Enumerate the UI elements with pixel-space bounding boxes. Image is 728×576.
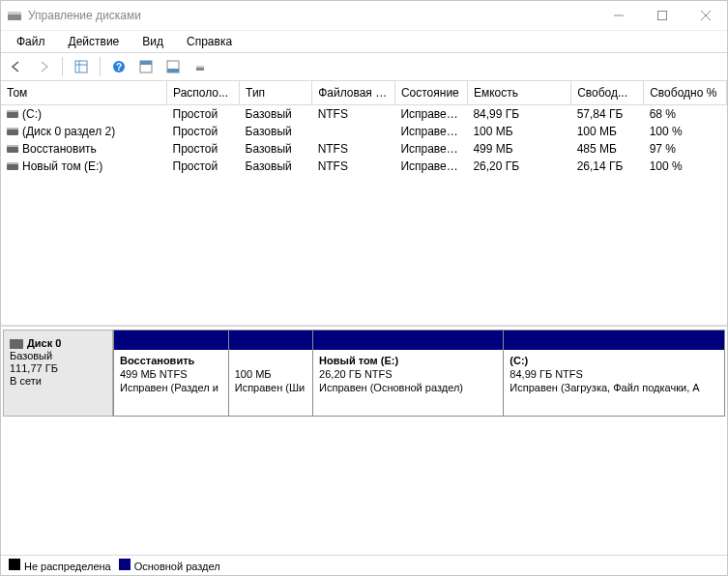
- toolbar: ?: [1, 53, 727, 81]
- partition-stripe: [114, 331, 228, 350]
- legend-swatch-primary: [119, 559, 131, 570]
- titlebar: Управление дисками: [1, 1, 727, 31]
- close-button[interactable]: [684, 1, 727, 30]
- partition-size: 100 МБ: [235, 367, 306, 381]
- partition-status: Исправен (Загрузка, Файл подкачки, А: [510, 381, 718, 394]
- help-button[interactable]: ?: [107, 55, 131, 78]
- partition[interactable]: 100 МБИсправен (Ши: [229, 330, 313, 417]
- minimize-button[interactable]: [597, 1, 640, 30]
- menu-view[interactable]: Вид: [131, 33, 175, 50]
- volume-row[interactable]: Новый том (E:)ПростойБазовыйNTFSИсправен…: [1, 158, 727, 175]
- view-list-button[interactable]: [70, 55, 93, 78]
- partition-title: Восстановить: [120, 354, 222, 367]
- menu-file[interactable]: Файл: [5, 33, 57, 50]
- menu-help[interactable]: Справка: [175, 33, 244, 50]
- volume-icon: [7, 110, 18, 118]
- disk-management-window: Управление дисками Файл Действие Вид Спр…: [0, 0, 728, 576]
- svg-rect-14: [167, 69, 179, 72]
- column-headers: Том Располо... Тип Файловая с... Состоян…: [1, 81, 727, 105]
- legend-swatch-unallocated: [9, 559, 20, 570]
- view-bottom-button[interactable]: [161, 55, 185, 78]
- partition-size: 84,99 ГБ NTFS: [510, 367, 718, 381]
- col-status[interactable]: Состояние: [394, 81, 467, 105]
- partition-size: 26,20 ГБ NTFS: [319, 367, 497, 381]
- partition-title: Новый том (E:): [319, 354, 497, 367]
- partitions: Восстановить499 МБ NTFSИсправен (Раздел …: [113, 330, 725, 417]
- view-top-button[interactable]: [134, 55, 158, 78]
- window-title: Управление дисками: [28, 9, 597, 22]
- volume-list[interactable]: Том Располо... Тип Файловая с... Состоян…: [1, 81, 727, 327]
- volume-icon: [7, 128, 18, 135]
- svg-rect-16: [196, 66, 204, 68]
- partition[interactable]: Восстановить499 МБ NTFSИсправен (Раздел …: [113, 330, 229, 417]
- partition-status: Исправен (Ши: [235, 381, 306, 394]
- window-controls: [597, 1, 727, 30]
- disk-size: 111,77 ГБ: [10, 362, 106, 374]
- volume-icon: [7, 145, 18, 153]
- disk-type: Базовый: [10, 350, 106, 361]
- svg-rect-1: [8, 12, 21, 14]
- menu-action[interactable]: Действие: [57, 33, 131, 50]
- toolbar-separator: [62, 57, 63, 76]
- col-capacity[interactable]: Емкость: [467, 81, 570, 105]
- partition-size: 499 МБ NTFS: [120, 367, 222, 381]
- disk-icon: [10, 339, 23, 349]
- svg-rect-12: [140, 61, 152, 65]
- col-free[interactable]: Свобод...: [571, 81, 644, 105]
- back-button[interactable]: [5, 55, 28, 78]
- col-layout[interactable]: Располо...: [167, 81, 240, 105]
- app-icon: [7, 8, 22, 23]
- partition[interactable]: (C:)84,99 ГБ NTFSИсправен (Загрузка, Фай…: [504, 330, 725, 417]
- disk-header[interactable]: Диск 0 Базовый 111,77 ГБ В сети: [3, 330, 113, 417]
- volume-row[interactable]: (Диск 0 раздел 2)ПростойБазовыйИсправен.…: [1, 123, 727, 140]
- legend: Не распределена Основной раздел: [1, 555, 727, 575]
- col-filesystem[interactable]: Файловая с...: [312, 81, 395, 105]
- svg-text:?: ?: [116, 62, 122, 72]
- partition-status: Исправен (Раздел и: [120, 381, 222, 394]
- partition-status: Исправен (Основной раздел): [319, 381, 497, 394]
- maximize-button[interactable]: [640, 1, 684, 30]
- partition-title: (C:): [510, 354, 718, 367]
- partition[interactable]: Новый том (E:)26,20 ГБ NTFSИсправен (Осн…: [313, 330, 504, 417]
- disk-row: Диск 0 Базовый 111,77 ГБ В сети Восстано…: [3, 330, 725, 417]
- volume-row[interactable]: (C:)ПростойБазовыйNTFSИсправен...84,99 Г…: [1, 105, 727, 124]
- col-free-pct[interactable]: Свободно %: [644, 81, 727, 105]
- legend-primary: Основной раздел: [134, 561, 220, 572]
- svg-rect-6: [75, 61, 87, 72]
- disk-status: В сети: [10, 375, 106, 387]
- partition-stripe: [504, 331, 724, 350]
- forward-button[interactable]: [32, 55, 55, 78]
- volume-row[interactable]: ВосстановитьПростойБазовыйNTFSИсправен..…: [1, 140, 727, 158]
- col-volume[interactable]: Том: [1, 81, 167, 105]
- disk-name: Диск 0: [27, 337, 61, 349]
- graphical-view[interactable]: Диск 0 Базовый 111,77 ГБ В сети Восстано…: [1, 327, 727, 555]
- col-type[interactable]: Тип: [240, 81, 312, 105]
- legend-unallocated: Не распределена: [24, 561, 111, 572]
- toolbar-separator: [100, 57, 101, 76]
- menubar: Файл Действие Вид Справка: [1, 31, 727, 53]
- volume-icon: [7, 162, 18, 170]
- svg-rect-3: [657, 12, 666, 20]
- properties-button[interactable]: [189, 55, 212, 78]
- partition-stripe: [313, 331, 503, 350]
- partition-stripe: [229, 331, 312, 350]
